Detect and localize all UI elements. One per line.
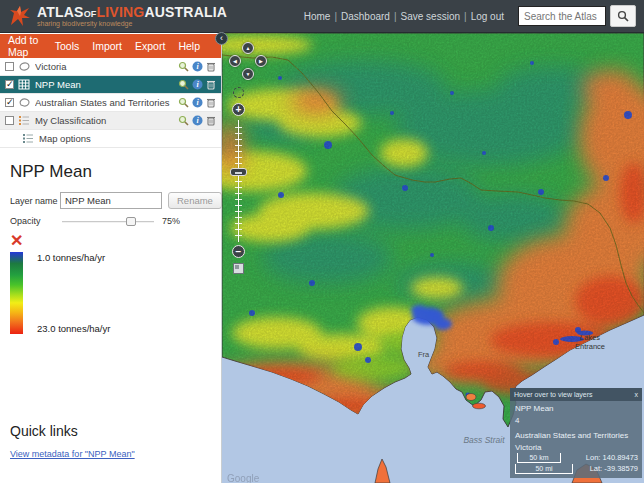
hover-layer-npp-value: 4	[515, 415, 637, 427]
layer-row-npp-mean[interactable]: NPP Mean i	[0, 76, 221, 94]
layer-detail-panel: NPP Mean Layer name Rename Opacity 75% ✕	[0, 148, 221, 334]
site-title: ATLASOFLIVINGAUSTRALIA	[37, 5, 227, 19]
svg-text:Entrance: Entrance	[575, 342, 605, 351]
hover-layer-npp: NPP Mean	[515, 403, 637, 415]
zoom-to-layer-icon[interactable]	[178, 79, 189, 90]
opacity-slider-handle[interactable]	[126, 217, 136, 226]
opacity-label: Opacity	[10, 216, 60, 226]
spatial-portal-app: ATLASOFLIVINGAUSTRALIA sharing biodivers…	[0, 0, 644, 483]
map-label-frankston: Fra	[418, 350, 430, 359]
rename-button[interactable]: Rename	[168, 192, 222, 209]
legend-gradient	[10, 252, 23, 334]
map-pan-control: ▲ ◀ ▶ ▼	[229, 42, 267, 80]
delete-layer-icon[interactable]	[206, 97, 216, 108]
layer-label: NPP Mean	[35, 79, 178, 90]
zoom-to-layer-icon[interactable]	[178, 97, 189, 108]
pan-right-button[interactable]: ▶	[255, 55, 267, 67]
layer-checkbox[interactable]	[5, 98, 14, 107]
nav-home[interactable]: Home	[304, 11, 331, 22]
top-header: ATLASOFLIVINGAUSTRALIA sharing biodivers…	[0, 0, 644, 33]
zoom-in-button[interactable]: +	[232, 103, 245, 116]
map-label-lakes-entrance: Lakes	[580, 333, 600, 342]
opacity-value: 75%	[162, 216, 180, 226]
search-button[interactable]	[610, 5, 636, 27]
layer-checkbox[interactable]	[5, 62, 14, 71]
grid-layer-icon	[18, 79, 31, 91]
layer-row-victoria[interactable]: Victoria i	[0, 58, 221, 76]
layer-label: Australian States and Territories	[35, 97, 178, 108]
layer-row-my-classification[interactable]: My Classification i	[0, 112, 221, 130]
quick-links: Quick links View metadata for "NPP Mean"	[10, 423, 135, 461]
layer-info-icon[interactable]: i	[192, 115, 203, 126]
header-nav: Home | Dashboard | Save session | Log ou…	[304, 11, 504, 22]
pan-down-button[interactable]: ▼	[242, 68, 254, 80]
sidebar-collapse-button[interactable]: ‹	[215, 32, 228, 45]
ala-logo[interactable]: ATLASOFLIVINGAUSTRALIA sharing biodivers…	[8, 4, 227, 28]
nav-log-out[interactable]: Log out	[471, 11, 504, 22]
layer-checkbox[interactable]	[5, 116, 14, 125]
quick-links-title: Quick links	[10, 423, 135, 439]
search-input[interactable]	[518, 6, 606, 26]
overview-map-toggle[interactable]	[233, 263, 244, 274]
site-tagline: sharing biodiversity knowledge	[37, 20, 227, 27]
layer-info-icon[interactable]: i	[192, 61, 203, 72]
opacity-slider[interactable]	[62, 217, 154, 226]
nav-dashboard[interactable]: Dashboard	[341, 11, 390, 22]
delete-layer-icon[interactable]	[206, 61, 216, 72]
legend-max-label: 23.0 tonnes/ha/yr	[37, 323, 110, 334]
legend-min-label: 1.0 tonnes/ha/yr	[37, 252, 110, 263]
zoom-to-layer-icon[interactable]	[178, 115, 189, 126]
menu-import[interactable]: Import	[92, 40, 122, 52]
layer-name-input[interactable]	[60, 192, 162, 209]
zoom-to-layer-icon[interactable]	[178, 61, 189, 72]
map-canvas[interactable]: Lakes Entrance Fra Bass Strait Google ▲ …	[222, 33, 644, 483]
layer-label: Victoria	[35, 61, 178, 72]
nav-save-session[interactable]: Save session	[401, 11, 460, 22]
hover-layer-victoria: Victoria	[515, 442, 637, 454]
menu-add-to-map[interactable]: Add to Map	[8, 34, 42, 58]
panel-title: NPP Mean	[10, 162, 211, 182]
ala-bird-icon	[8, 4, 32, 28]
layer-info-icon[interactable]: i	[192, 79, 203, 90]
menu-export[interactable]: Export	[135, 40, 165, 52]
map-label-bass-strait: Bass Strait	[463, 435, 505, 445]
sidebar: Add to Map Tools Import Export Help ‹ Vi…	[0, 33, 222, 483]
pan-up-button[interactable]: ▲	[242, 42, 254, 54]
map-scale-bar: 50 km 50 mi	[515, 453, 575, 474]
layer-name-label: Layer name	[10, 196, 60, 206]
hover-layer-states: Australian States and Territories	[515, 430, 637, 442]
classification-list-icon	[18, 115, 31, 127]
main-menu: Add to Map Tools Import Export Help ‹	[0, 34, 221, 58]
hover-panel-title: Hover over to view layers	[514, 391, 593, 398]
delete-layer-icon[interactable]	[206, 79, 216, 90]
layer-label: My Classification	[35, 115, 178, 126]
polygon-layer-icon	[18, 97, 31, 109]
hover-layers-panel: Hover over to view layers x NPP Mean 4 A…	[510, 388, 642, 478]
zoom-slider[interactable]	[234, 120, 243, 242]
hover-panel-close-icon[interactable]: x	[635, 391, 639, 398]
map-options-label: Map options	[39, 133, 216, 144]
legend: 1.0 tonnes/ha/yr 23.0 tonnes/ha/yr	[10, 252, 211, 334]
map-options-list-icon	[22, 133, 35, 145]
cursor-coordinates: Lon: 140.89473 Lat: -39.38579	[586, 453, 638, 474]
zoom-out-button[interactable]: −	[232, 245, 245, 258]
polygon-layer-icon	[18, 61, 31, 73]
layer-row-aus-states[interactable]: Australian States and Territories i	[0, 94, 221, 112]
google-watermark[interactable]: Google	[227, 473, 260, 483]
pan-left-button[interactable]: ◀	[229, 55, 241, 67]
layer-info-icon[interactable]: i	[192, 97, 203, 108]
menu-tools[interactable]: Tools	[55, 40, 80, 52]
view-metadata-link[interactable]: View metadata for "NPP Mean"	[10, 449, 135, 459]
map-options-row[interactable]: Map options	[0, 130, 221, 148]
remove-legend-icon[interactable]: ✕	[10, 233, 26, 249]
delete-layer-icon[interactable]	[206, 115, 216, 126]
search-icon	[617, 10, 629, 22]
header-search	[518, 5, 636, 27]
map-reset-button[interactable]	[233, 87, 244, 98]
layer-checkbox[interactable]	[5, 80, 14, 89]
menu-help[interactable]: Help	[178, 40, 200, 52]
zoom-slider-handle[interactable]	[230, 168, 247, 176]
